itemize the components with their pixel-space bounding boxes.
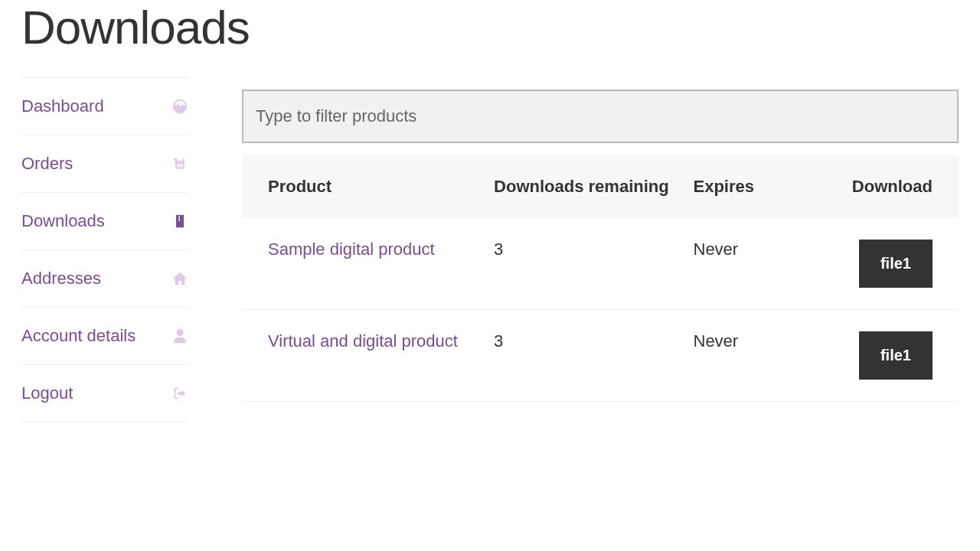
sidebar-link-logout[interactable]: Logout — [21, 365, 188, 422]
table-row: Sample digital product 3 Never file1 — [242, 218, 959, 310]
cell-download: file1 — [799, 240, 933, 288]
sidebar-link-account-details[interactable]: Account details — [21, 308, 188, 364]
th-expires: Expires — [694, 177, 800, 197]
product-link[interactable]: Sample digital product — [268, 240, 435, 259]
table-row: Virtual and digital product 3 Never file… — [242, 310, 959, 402]
sidebar-link-downloads[interactable]: Downloads — [21, 193, 188, 249]
table-header: Product Downloads remaining Expires Down… — [242, 155, 959, 218]
user-icon — [172, 328, 188, 344]
sidebar-link-addresses[interactable]: Addresses — [21, 250, 188, 307]
sidebar-item-label: Downloads — [21, 211, 105, 231]
archive-icon — [172, 213, 188, 230]
sidebar-item-label: Orders — [21, 154, 73, 174]
sidebar-item-dashboard: Dashboard — [21, 77, 188, 135]
sidebar-item-logout: Logout — [21, 364, 188, 422]
th-download: Download — [799, 177, 933, 197]
downloads-table: Product Downloads remaining Expires Down… — [242, 155, 959, 402]
sidebar-item-label: Addresses — [21, 269, 101, 289]
sidebar-item-label: Logout — [21, 383, 73, 403]
page-title: Downloads — [21, 0, 959, 54]
main-content: Product Downloads remaining Expires Down… — [242, 77, 959, 422]
sidebar-item-label: Account details — [21, 326, 136, 346]
cell-product: Sample digital product — [268, 240, 494, 259]
home-icon — [172, 270, 188, 287]
product-link[interactable]: Virtual and digital product — [268, 331, 458, 350]
sidebar-item-label: Dashboard — [21, 96, 104, 116]
sidebar-item-account-details: Account details — [21, 307, 188, 364]
signout-icon — [172, 385, 188, 402]
cell-remaining: 3 — [494, 240, 693, 259]
download-button[interactable]: file1 — [859, 331, 933, 380]
cell-expires: Never — [694, 240, 800, 259]
basket-icon — [172, 155, 188, 172]
cell-remaining: 3 — [494, 331, 693, 351]
download-button[interactable]: file1 — [859, 240, 933, 288]
cell-download: file1 — [799, 331, 933, 380]
cell-product: Virtual and digital product — [268, 331, 494, 351]
sidebar-item-downloads: Downloads — [21, 192, 188, 249]
filter-input[interactable] — [242, 90, 959, 143]
th-product: Product — [268, 177, 494, 197]
sidebar-link-orders[interactable]: Orders — [21, 135, 188, 192]
sidebar-item-addresses: Addresses — [21, 249, 188, 307]
sidebar-item-orders: Orders — [21, 135, 188, 192]
dashboard-icon — [172, 98, 188, 115]
sidebar-link-dashboard[interactable]: Dashboard — [21, 78, 188, 135]
cell-expires: Never — [694, 331, 800, 351]
account-nav: Dashboard Orders — [21, 77, 188, 422]
th-remaining: Downloads remaining — [494, 177, 693, 197]
